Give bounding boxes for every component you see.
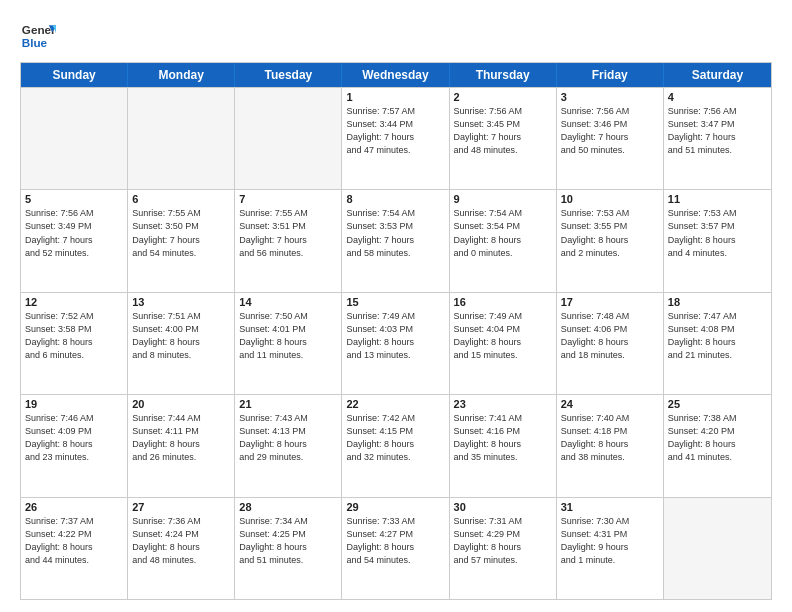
day-number: 14	[239, 296, 337, 308]
day-info: Sunrise: 7:31 AM Sunset: 4:29 PM Dayligh…	[454, 515, 552, 567]
day-info: Sunrise: 7:43 AM Sunset: 4:13 PM Dayligh…	[239, 412, 337, 464]
day-number: 19	[25, 398, 123, 410]
day-number: 25	[668, 398, 767, 410]
logo-icon: General Blue	[20, 18, 56, 54]
cal-cell: 4Sunrise: 7:56 AM Sunset: 3:47 PM Daylig…	[664, 88, 771, 189]
day-info: Sunrise: 7:54 AM Sunset: 3:53 PM Dayligh…	[346, 207, 444, 259]
cal-cell	[235, 88, 342, 189]
day-info: Sunrise: 7:53 AM Sunset: 3:55 PM Dayligh…	[561, 207, 659, 259]
day-info: Sunrise: 7:47 AM Sunset: 4:08 PM Dayligh…	[668, 310, 767, 362]
day-info: Sunrise: 7:34 AM Sunset: 4:25 PM Dayligh…	[239, 515, 337, 567]
day-number: 8	[346, 193, 444, 205]
day-info: Sunrise: 7:50 AM Sunset: 4:01 PM Dayligh…	[239, 310, 337, 362]
day-info: Sunrise: 7:56 AM Sunset: 3:45 PM Dayligh…	[454, 105, 552, 157]
day-info: Sunrise: 7:56 AM Sunset: 3:46 PM Dayligh…	[561, 105, 659, 157]
day-number: 31	[561, 501, 659, 513]
day-number: 10	[561, 193, 659, 205]
cal-cell: 18Sunrise: 7:47 AM Sunset: 4:08 PM Dayli…	[664, 293, 771, 394]
day-number: 26	[25, 501, 123, 513]
day-number: 15	[346, 296, 444, 308]
header-cell-saturday: Saturday	[664, 63, 771, 87]
day-number: 21	[239, 398, 337, 410]
day-info: Sunrise: 7:56 AM Sunset: 3:49 PM Dayligh…	[25, 207, 123, 259]
day-number: 3	[561, 91, 659, 103]
day-info: Sunrise: 7:56 AM Sunset: 3:47 PM Dayligh…	[668, 105, 767, 157]
cal-cell: 30Sunrise: 7:31 AM Sunset: 4:29 PM Dayli…	[450, 498, 557, 599]
cal-cell: 21Sunrise: 7:43 AM Sunset: 4:13 PM Dayli…	[235, 395, 342, 496]
day-number: 18	[668, 296, 767, 308]
cal-cell: 2Sunrise: 7:56 AM Sunset: 3:45 PM Daylig…	[450, 88, 557, 189]
day-info: Sunrise: 7:33 AM Sunset: 4:27 PM Dayligh…	[346, 515, 444, 567]
day-number: 13	[132, 296, 230, 308]
header-cell-wednesday: Wednesday	[342, 63, 449, 87]
day-number: 1	[346, 91, 444, 103]
cal-cell: 16Sunrise: 7:49 AM Sunset: 4:04 PM Dayli…	[450, 293, 557, 394]
day-number: 5	[25, 193, 123, 205]
cal-cell: 7Sunrise: 7:55 AM Sunset: 3:51 PM Daylig…	[235, 190, 342, 291]
cal-cell: 20Sunrise: 7:44 AM Sunset: 4:11 PM Dayli…	[128, 395, 235, 496]
cal-cell: 13Sunrise: 7:51 AM Sunset: 4:00 PM Dayli…	[128, 293, 235, 394]
cal-cell: 14Sunrise: 7:50 AM Sunset: 4:01 PM Dayli…	[235, 293, 342, 394]
day-number: 2	[454, 91, 552, 103]
header-cell-monday: Monday	[128, 63, 235, 87]
cal-cell: 31Sunrise: 7:30 AM Sunset: 4:31 PM Dayli…	[557, 498, 664, 599]
day-info: Sunrise: 7:37 AM Sunset: 4:22 PM Dayligh…	[25, 515, 123, 567]
calendar-row-4: 26Sunrise: 7:37 AM Sunset: 4:22 PM Dayli…	[21, 497, 771, 599]
calendar-row-0: 1Sunrise: 7:57 AM Sunset: 3:44 PM Daylig…	[21, 87, 771, 189]
day-number: 7	[239, 193, 337, 205]
day-info: Sunrise: 7:53 AM Sunset: 3:57 PM Dayligh…	[668, 207, 767, 259]
svg-text:General: General	[22, 23, 56, 36]
day-info: Sunrise: 7:49 AM Sunset: 4:04 PM Dayligh…	[454, 310, 552, 362]
cal-cell	[128, 88, 235, 189]
day-info: Sunrise: 7:42 AM Sunset: 4:15 PM Dayligh…	[346, 412, 444, 464]
day-info: Sunrise: 7:52 AM Sunset: 3:58 PM Dayligh…	[25, 310, 123, 362]
cal-cell: 28Sunrise: 7:34 AM Sunset: 4:25 PM Dayli…	[235, 498, 342, 599]
calendar-row-3: 19Sunrise: 7:46 AM Sunset: 4:09 PM Dayli…	[21, 394, 771, 496]
cal-cell: 22Sunrise: 7:42 AM Sunset: 4:15 PM Dayli…	[342, 395, 449, 496]
cal-cell: 24Sunrise: 7:40 AM Sunset: 4:18 PM Dayli…	[557, 395, 664, 496]
day-info: Sunrise: 7:57 AM Sunset: 3:44 PM Dayligh…	[346, 105, 444, 157]
day-number: 28	[239, 501, 337, 513]
cal-cell: 3Sunrise: 7:56 AM Sunset: 3:46 PM Daylig…	[557, 88, 664, 189]
header-cell-sunday: Sunday	[21, 63, 128, 87]
day-number: 9	[454, 193, 552, 205]
day-number: 24	[561, 398, 659, 410]
day-number: 11	[668, 193, 767, 205]
cal-cell: 5Sunrise: 7:56 AM Sunset: 3:49 PM Daylig…	[21, 190, 128, 291]
cal-cell: 25Sunrise: 7:38 AM Sunset: 4:20 PM Dayli…	[664, 395, 771, 496]
cal-cell: 27Sunrise: 7:36 AM Sunset: 4:24 PM Dayli…	[128, 498, 235, 599]
header: General Blue	[20, 18, 772, 54]
page: General Blue SundayMondayTuesdayWednesda…	[0, 0, 792, 612]
cal-cell: 11Sunrise: 7:53 AM Sunset: 3:57 PM Dayli…	[664, 190, 771, 291]
day-info: Sunrise: 7:48 AM Sunset: 4:06 PM Dayligh…	[561, 310, 659, 362]
day-info: Sunrise: 7:36 AM Sunset: 4:24 PM Dayligh…	[132, 515, 230, 567]
day-info: Sunrise: 7:49 AM Sunset: 4:03 PM Dayligh…	[346, 310, 444, 362]
cal-cell: 19Sunrise: 7:46 AM Sunset: 4:09 PM Dayli…	[21, 395, 128, 496]
day-info: Sunrise: 7:54 AM Sunset: 3:54 PM Dayligh…	[454, 207, 552, 259]
day-info: Sunrise: 7:30 AM Sunset: 4:31 PM Dayligh…	[561, 515, 659, 567]
logo: General Blue	[20, 18, 56, 54]
cal-cell: 8Sunrise: 7:54 AM Sunset: 3:53 PM Daylig…	[342, 190, 449, 291]
day-number: 12	[25, 296, 123, 308]
day-number: 23	[454, 398, 552, 410]
header-cell-thursday: Thursday	[450, 63, 557, 87]
day-number: 6	[132, 193, 230, 205]
day-number: 16	[454, 296, 552, 308]
day-info: Sunrise: 7:40 AM Sunset: 4:18 PM Dayligh…	[561, 412, 659, 464]
day-number: 20	[132, 398, 230, 410]
cal-cell: 29Sunrise: 7:33 AM Sunset: 4:27 PM Dayli…	[342, 498, 449, 599]
cal-cell: 23Sunrise: 7:41 AM Sunset: 4:16 PM Dayli…	[450, 395, 557, 496]
day-number: 29	[346, 501, 444, 513]
day-number: 17	[561, 296, 659, 308]
cal-cell	[664, 498, 771, 599]
calendar-row-2: 12Sunrise: 7:52 AM Sunset: 3:58 PM Dayli…	[21, 292, 771, 394]
day-info: Sunrise: 7:46 AM Sunset: 4:09 PM Dayligh…	[25, 412, 123, 464]
header-cell-tuesday: Tuesday	[235, 63, 342, 87]
calendar-row-1: 5Sunrise: 7:56 AM Sunset: 3:49 PM Daylig…	[21, 189, 771, 291]
day-info: Sunrise: 7:44 AM Sunset: 4:11 PM Dayligh…	[132, 412, 230, 464]
day-info: Sunrise: 7:55 AM Sunset: 3:51 PM Dayligh…	[239, 207, 337, 259]
header-cell-friday: Friday	[557, 63, 664, 87]
cal-cell: 10Sunrise: 7:53 AM Sunset: 3:55 PM Dayli…	[557, 190, 664, 291]
day-number: 4	[668, 91, 767, 103]
cal-cell: 12Sunrise: 7:52 AM Sunset: 3:58 PM Dayli…	[21, 293, 128, 394]
